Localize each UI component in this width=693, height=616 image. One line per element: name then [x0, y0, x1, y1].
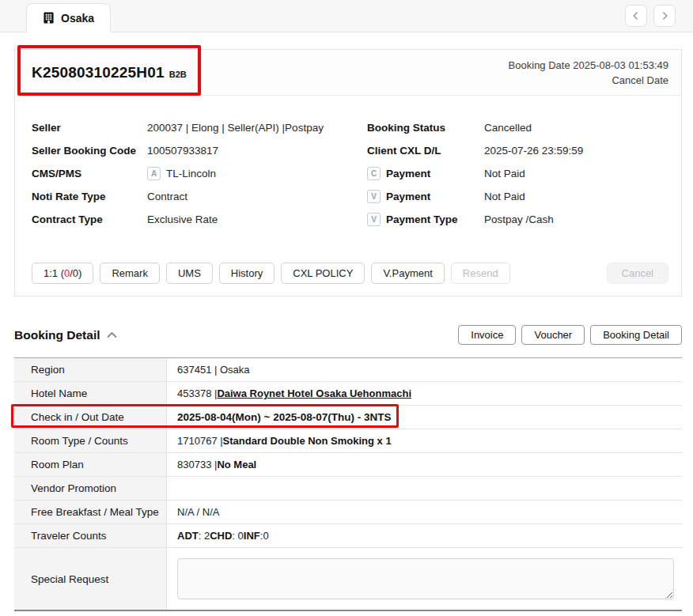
row-label: Traveler Counts	[14, 524, 167, 547]
field-label: Booking Status	[367, 122, 484, 134]
row-label: Vendor Promotion	[14, 477, 167, 500]
booking-detail-section-header: Booking Detail Invoice Voucher Booking D…	[14, 325, 682, 345]
field-value: Contract	[147, 191, 187, 202]
chevron-right-icon	[660, 11, 669, 21]
row-value: 453378 | Daiwa Roynet Hotel Osaka Uehonm…	[167, 382, 682, 405]
field-value: Exclusive Rate	[147, 214, 218, 225]
prev-tab-button[interactable]	[625, 5, 647, 27]
row-value: 637451 | Osaka	[167, 358, 682, 381]
booking-detail-screen: Osaka K25080310225H01B2B Booking Date 20…	[0, 0, 693, 616]
table-row-special-request: Special Request	[14, 548, 682, 610]
next-tab-button[interactable]	[653, 5, 676, 27]
invoice-button[interactable]: Invoice	[458, 325, 516, 345]
v-payment-button[interactable]: V.Payment	[371, 263, 444, 284]
building-icon	[43, 12, 55, 24]
field-label: Noti Rate Type	[32, 191, 147, 202]
chevron-left-icon	[631, 11, 641, 21]
section-buttons: Invoice Voucher Booking Detail	[458, 325, 682, 345]
tab-navigation	[625, 5, 676, 27]
field-value: Not Paid	[484, 168, 525, 180]
cxl-policy-button[interactable]: CXL POLICY	[281, 263, 365, 284]
cms-a-badge: A	[147, 167, 161, 180]
row-value: 830733 | No Meal	[167, 453, 682, 476]
booking-id-block: K25080310225H01B2B	[32, 64, 187, 81]
tab-osaka[interactable]: Osaka	[26, 3, 111, 32]
field-value: 200037 | Elong | Seller(API) |Postpay	[147, 122, 324, 134]
table-row-hotel-name: Hotel Name 453378 | Daiwa Roynet Hotel O…	[14, 382, 682, 406]
field-value: 2025-07-26 23:59:59	[484, 145, 583, 157]
ums-button[interactable]: UMS	[166, 263, 213, 284]
booking-id: K25080310225H01	[32, 64, 165, 81]
remark-button[interactable]: Remark	[100, 263, 160, 284]
table-row-room-type: Room Type / Counts 1710767 | Standard Do…	[14, 429, 682, 453]
field-value: A TL-Lincoln	[147, 167, 216, 180]
info-row-seller-booking-code: Seller Booking Code 100507933817	[32, 139, 367, 162]
special-request-textarea[interactable]	[177, 558, 674, 599]
table-row-free-breakfast: Free Breakfast / Meal Type N/A / N/A	[14, 501, 682, 524]
field-label: Client CXL D/L	[367, 145, 484, 157]
voucher-button[interactable]: Voucher	[521, 325, 585, 345]
info-row-booking-status: Booking Status Cancelled	[367, 116, 681, 139]
info-row-seller: Seller 200037 | Elong | Seller(API) |Pos…	[32, 116, 367, 139]
row-label: Check in / Out Date	[14, 406, 167, 429]
chevron-up-icon	[107, 331, 117, 338]
row-label: Room Plan	[14, 453, 167, 476]
table-row-room-plan: Room Plan 830733 | No Meal	[14, 453, 682, 477]
row-value	[167, 477, 682, 500]
field-label: Seller Booking Code	[32, 145, 147, 157]
history-button[interactable]: History	[219, 263, 275, 284]
booking-header: K25080310225H01B2B Booking Date 2025-08-…	[15, 50, 681, 96]
chat-1to1-button[interactable]: 1:1 (0/0)	[32, 263, 93, 284]
table-row-region: Region 637451 | Osaka	[14, 358, 682, 382]
cancel-button: Cancel	[607, 263, 668, 284]
booking-date: Booking Date 2025-08-03 01:53:49	[509, 58, 668, 73]
info-row-contract-type: Contract Type Exclusive Rate	[32, 208, 367, 231]
v-badge: V	[367, 190, 381, 203]
table-row-vendor-promotion: Vendor Promotion	[14, 477, 682, 501]
info-row-v-payment: V Payment Not Paid	[367, 185, 681, 208]
row-value: 2025-08-04(Mon) ~ 2025-08-07(Thu) - 3NTS	[167, 406, 682, 429]
info-row-cms-pms: CMS/PMS A TL-Lincoln	[32, 162, 367, 185]
row-value: ADT : 2 CHD : 0 INF :0	[167, 524, 682, 547]
tab-bar: Osaka	[0, 0, 693, 32]
table-row-traveler-counts: Traveler Counts ADT : 2 CHD : 0 INF :0	[14, 524, 682, 548]
row-value: 1710767 | Standard Double Non Smoking x …	[167, 429, 682, 452]
section-title[interactable]: Booking Detail	[14, 328, 117, 342]
field-value: Cancelled	[484, 122, 532, 134]
hotel-name-link[interactable]: Daiwa Roynet Hotel Osaka Uehonmachi	[217, 387, 411, 399]
field-label: V Payment Type	[367, 213, 484, 226]
info-column-left: Seller 200037 | Elong | Seller(API) |Pos…	[32, 116, 367, 231]
field-label: CMS/PMS	[32, 168, 147, 180]
table-row-checkin-out: Check in / Out Date 2025-08-04(Mon) ~ 20…	[14, 406, 682, 429]
field-label: V Payment	[367, 190, 484, 203]
row-label: Room Type / Counts	[14, 429, 167, 452]
resend-button: Resend	[451, 263, 510, 284]
field-value: Not Paid	[484, 191, 525, 202]
booking-dates: Booking Date 2025-08-03 01:53:49 Cancel …	[509, 58, 668, 88]
field-label: Seller	[32, 122, 147, 134]
cancel-date: Cancel Date	[509, 73, 668, 88]
tab-label: Osaka	[61, 12, 94, 25]
booking-detail-button[interactable]: Booking Detail	[590, 325, 682, 345]
row-value: N/A / N/A	[167, 501, 682, 523]
row-label: Region	[14, 358, 167, 381]
row-label: Hotel Name	[14, 382, 167, 405]
info-row-v-payment-type: V Payment Type Postpay /Cash	[367, 208, 681, 231]
field-value: Postpay /Cash	[484, 214, 554, 225]
row-label: Free Breakfast / Meal Type	[14, 501, 167, 523]
row-value	[167, 548, 682, 610]
v-badge: V	[367, 213, 381, 226]
action-button-row: 1:1 (0/0) Remark UMS History CXL POLICY …	[32, 263, 668, 284]
booking-info: Seller 200037 | Elong | Seller(API) |Pos…	[15, 96, 681, 231]
booking-summary-panel: K25080310225H01B2B Booking Date 2025-08-…	[14, 49, 682, 297]
info-row-noti-rate-type: Noti Rate Type Contract	[32, 185, 367, 208]
booking-type-badge: B2B	[169, 70, 187, 79]
field-value: 100507933817	[147, 145, 218, 157]
info-row-client-cxl: Client CXL D/L 2025-07-26 23:59:59	[367, 139, 681, 162]
cms-value: TL-Lincoln	[166, 168, 216, 180]
booking-detail-table: Region 637451 | Osaka Hotel Name 453378 …	[14, 357, 682, 611]
info-column-right: Booking Status Cancelled Client CXL D/L …	[367, 116, 681, 231]
info-row-c-payment: C Payment Not Paid	[367, 162, 681, 185]
field-label: C Payment	[367, 167, 484, 180]
c-badge: C	[367, 167, 381, 180]
